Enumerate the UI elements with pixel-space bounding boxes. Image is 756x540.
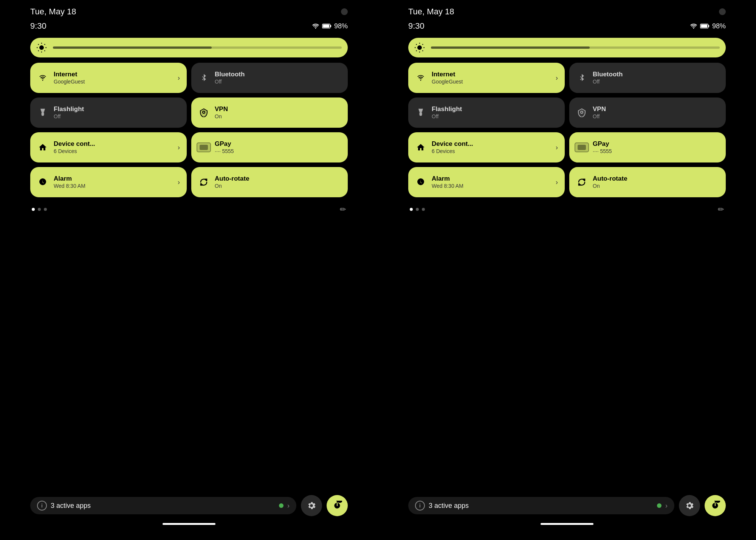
tile-subtitle-internet: GoogleGuest bbox=[54, 79, 172, 85]
tile-icon-device bbox=[415, 142, 426, 153]
tile-title-gpay: GPay bbox=[593, 140, 719, 148]
tile-title-gpay: GPay bbox=[215, 140, 341, 148]
svg-rect-1 bbox=[323, 25, 329, 28]
tile-text-device: Device cont... 6 Devices bbox=[54, 140, 172, 155]
brightness-track bbox=[53, 46, 342, 49]
tile-title-flashlight: Flashlight bbox=[432, 105, 558, 113]
info-icon: i bbox=[415, 501, 425, 511]
svg-marker-11 bbox=[418, 109, 423, 112]
brightness-row[interactable] bbox=[30, 38, 348, 57]
battery-icon bbox=[700, 23, 710, 29]
dot-1[interactable] bbox=[32, 208, 35, 211]
active-apps-bar[interactable]: i 3 active apps › bbox=[30, 497, 296, 514]
tile-gpay[interactable]: GPay ···· 5555 bbox=[191, 132, 348, 162]
bottom-area: i 3 active apps › bbox=[408, 495, 726, 525]
tile-subtitle-gpay: ···· 5555 bbox=[593, 148, 719, 155]
tile-device[interactable]: Device cont... 6 Devices › bbox=[30, 132, 187, 162]
tile-subtitle-alarm: Wed 8:30 AM bbox=[54, 183, 172, 189]
panel-left: Tue, May 18 9:30 98% bbox=[0, 0, 378, 540]
tile-bluetooth[interactable]: Bluetooth Off bbox=[191, 63, 348, 93]
tile-icon-bluetooth bbox=[576, 72, 587, 84]
battery-percent: 98% bbox=[712, 22, 726, 30]
tile-text-flashlight: Flashlight Off bbox=[54, 105, 180, 120]
tile-autorotate[interactable]: Auto-rotate On bbox=[569, 167, 726, 197]
camera-dot bbox=[341, 8, 348, 15]
tile-device[interactable]: Device cont... 6 Devices › bbox=[408, 132, 565, 162]
settings-button[interactable] bbox=[301, 495, 322, 516]
power-icon bbox=[710, 501, 720, 511]
settings-icon bbox=[307, 501, 316, 511]
tile-icon-alarm bbox=[37, 176, 48, 188]
settings-button[interactable] bbox=[679, 495, 700, 516]
tile-text-flashlight: Flashlight Off bbox=[432, 105, 558, 120]
power-button[interactable] bbox=[327, 495, 348, 516]
tile-gpay[interactable]: GPay ···· 5555 bbox=[569, 132, 726, 162]
settings-icon bbox=[685, 501, 694, 511]
power-button[interactable] bbox=[705, 495, 726, 516]
tile-title-flashlight: Flashlight bbox=[54, 105, 180, 113]
svg-point-3 bbox=[39, 45, 44, 50]
bottom-full-row: i 3 active apps › bbox=[30, 495, 348, 516]
dot-2[interactable] bbox=[416, 208, 419, 211]
edit-icon[interactable]: ✏ bbox=[718, 205, 724, 214]
tile-title-alarm: Alarm bbox=[54, 175, 172, 183]
tile-icon-gpay bbox=[198, 142, 209, 153]
edit-icon[interactable]: ✏ bbox=[340, 205, 346, 214]
status-bar-top: Tue, May 18 bbox=[30, 0, 348, 20]
status-bar-top: Tue, May 18 bbox=[408, 0, 726, 20]
camera-dot bbox=[719, 8, 726, 15]
green-dot bbox=[657, 503, 662, 508]
tile-text-internet: Internet GoogleGuest bbox=[432, 71, 550, 85]
tile-title-bluetooth: Bluetooth bbox=[593, 71, 719, 78]
dot-3[interactable] bbox=[44, 208, 47, 211]
home-indicator[interactable] bbox=[541, 523, 593, 525]
tile-bluetooth[interactable]: Bluetooth Off bbox=[569, 63, 726, 93]
tile-text-autorotate: Auto-rotate On bbox=[593, 175, 719, 189]
tile-title-vpn: VPN bbox=[215, 105, 341, 113]
tile-vpn[interactable]: VPN On bbox=[191, 97, 348, 128]
tile-text-autorotate: Auto-rotate On bbox=[215, 175, 341, 189]
tiles-grid: Internet GoogleGuest › Bluetooth Off Fla… bbox=[408, 63, 726, 197]
tile-title-internet: Internet bbox=[432, 71, 550, 78]
tile-chevron-alarm: › bbox=[556, 178, 558, 186]
svg-rect-2 bbox=[330, 25, 331, 27]
status-time: 9:30 bbox=[408, 21, 424, 31]
tile-icon-internet bbox=[415, 72, 426, 84]
tile-internet[interactable]: Internet GoogleGuest › bbox=[408, 63, 565, 93]
brightness-fill bbox=[431, 46, 590, 49]
tile-text-gpay: GPay ···· 5555 bbox=[593, 140, 719, 155]
bottom-full-row: i 3 active apps › bbox=[408, 495, 726, 516]
bottom-area: i 3 active apps › bbox=[30, 495, 348, 525]
info-icon: i bbox=[37, 501, 47, 511]
status-bar-bottom: 9:30 98% bbox=[408, 20, 726, 38]
tile-text-device: Device cont... 6 Devices bbox=[432, 140, 550, 155]
power-icon bbox=[332, 501, 342, 511]
tile-alarm[interactable]: Alarm Wed 8:30 AM › bbox=[408, 167, 565, 197]
tile-flashlight[interactable]: Flashlight Off bbox=[408, 97, 565, 128]
svg-marker-4 bbox=[40, 109, 45, 112]
dot-2[interactable] bbox=[38, 208, 41, 211]
tile-chevron-internet: › bbox=[556, 74, 558, 82]
tile-flashlight[interactable]: Flashlight Off bbox=[30, 97, 187, 128]
brightness-bar[interactable] bbox=[30, 38, 348, 57]
tile-text-alarm: Alarm Wed 8:30 AM bbox=[432, 175, 550, 189]
dot-1[interactable] bbox=[410, 208, 413, 211]
tile-icon-internet bbox=[37, 72, 48, 84]
dot-3[interactable] bbox=[422, 208, 425, 211]
tile-subtitle-bluetooth: Off bbox=[215, 79, 341, 85]
brightness-fill bbox=[53, 46, 212, 49]
active-apps-text: 3 active apps bbox=[429, 502, 653, 510]
home-indicator[interactable] bbox=[163, 523, 215, 525]
brightness-track bbox=[431, 46, 720, 49]
pagination-row: ✏ bbox=[30, 202, 348, 217]
brightness-row[interactable] bbox=[408, 38, 726, 57]
brightness-bar[interactable] bbox=[408, 38, 726, 57]
tile-title-autorotate: Auto-rotate bbox=[593, 175, 719, 183]
tile-internet[interactable]: Internet GoogleGuest › bbox=[30, 63, 187, 93]
tile-icon-vpn bbox=[576, 107, 587, 118]
tile-autorotate[interactable]: Auto-rotate On bbox=[191, 167, 348, 197]
tile-title-alarm: Alarm bbox=[432, 175, 550, 183]
tile-vpn[interactable]: VPN Off bbox=[569, 97, 726, 128]
tile-alarm[interactable]: Alarm Wed 8:30 AM › bbox=[30, 167, 187, 197]
active-apps-bar[interactable]: i 3 active apps › bbox=[408, 497, 674, 514]
